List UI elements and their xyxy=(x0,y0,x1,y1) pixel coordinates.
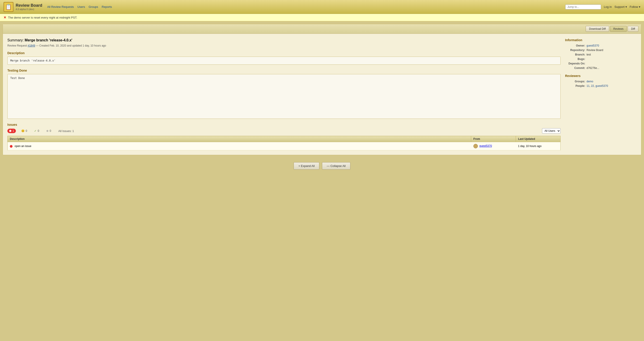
download-diff-button[interactable]: Download Diff xyxy=(586,26,609,32)
info-owner-row: Owner: guest5370 xyxy=(565,44,636,47)
top-navigation: 📋 Review Board 4.0 alpha 0 (dev) All Rev… xyxy=(0,0,644,14)
dropped-count: 0 xyxy=(50,129,51,132)
people-guest-link[interactable]: guest5370 xyxy=(596,84,608,88)
issues-table: Description From Last Updated open an is… xyxy=(8,136,560,150)
testing-done-label: Testing Done xyxy=(8,69,560,72)
alert-bar: ✕ The demo server is reset every night a… xyxy=(0,14,644,21)
review-sidebar: Information Owner: guest5370 Repository:… xyxy=(565,38,636,150)
people-22-link[interactable]: 22 xyxy=(591,84,594,88)
reviewers-people-row: People: 11, 22, guest5370 xyxy=(565,84,636,88)
description-box: Merge branch 'release-4.0.x' xyxy=(8,57,560,65)
nav-all-review-requests[interactable]: All Review Requests xyxy=(47,5,74,9)
people-11-link[interactable]: 11 xyxy=(586,84,590,88)
open-count: 1 xyxy=(12,129,14,132)
information-title: Information xyxy=(565,38,636,42)
app-title: Review Board xyxy=(16,3,42,8)
group-demo-link[interactable]: demo xyxy=(586,80,593,83)
nav-right: Log in Support ▾ Follow ▾ xyxy=(565,5,640,10)
meta-line: Review Request #1849 — Created Feb. 10, … xyxy=(8,44,560,47)
branch-value: test xyxy=(586,53,591,56)
meta-prefix: Review Request xyxy=(8,44,27,47)
owner-value: guest5370 xyxy=(586,44,599,47)
col-last-updated: Last Updated xyxy=(516,136,560,142)
resolved-emoji: 😊 xyxy=(21,129,24,132)
app-version: 4.0 alpha 0 (dev) xyxy=(16,8,42,11)
issue-open-dot xyxy=(10,145,12,148)
reviewers-title: Reviewers xyxy=(565,74,636,78)
diff-tab-button[interactable]: Diff xyxy=(628,26,638,32)
dropped-issues-badge[interactable]: ⊗ 0 xyxy=(44,129,53,133)
bugs-label: Bugs: xyxy=(565,58,585,61)
summary-label: Summary: xyxy=(8,38,24,42)
commit-value: d76276e... xyxy=(586,67,599,70)
alert-close-button[interactable]: ✕ xyxy=(4,16,6,19)
toolbar: Download Diff Reviews Diff xyxy=(3,24,641,34)
open-dot xyxy=(9,130,12,132)
main-content: Download Diff Reviews Diff Summary: Merg… xyxy=(3,24,641,155)
resolved-count: 0 xyxy=(26,129,27,132)
commit-label: Commit: xyxy=(565,67,585,70)
table-row[interactable]: open an issue guest5370 1 day, 10 hours … xyxy=(8,142,560,150)
nav-reports[interactable]: Reports xyxy=(102,5,112,9)
meta-date: — Created Feb. 10, 2020 and updated 1 da… xyxy=(36,44,106,47)
branch-label: Branch: xyxy=(565,53,585,56)
review-main: Summary: Merge branch 'release-4.0.x' Re… xyxy=(8,38,560,150)
testing-box: Test Done xyxy=(8,74,560,119)
issue-description-cell: open an issue xyxy=(8,142,471,150)
summary-value: Merge branch 'release-4.0.x' xyxy=(24,38,72,42)
avatar xyxy=(474,144,478,148)
description-label: Description xyxy=(8,51,560,55)
issues-section: Issues 1 😊 0 ✓ 0 ⊗ xyxy=(8,123,560,150)
app-title-group: Review Board 4.0 alpha 0 (dev) xyxy=(16,3,42,11)
issues-table-header: Description From Last Updated xyxy=(8,136,560,142)
col-description: Description xyxy=(8,136,471,142)
verified-issues-badge[interactable]: ✓ 0 xyxy=(32,129,41,133)
nav-links: All Review Requests Users Groups Reports xyxy=(47,5,112,9)
issue-from-cell: guest5370 xyxy=(471,142,516,150)
expand-all-button[interactable]: + Expand All xyxy=(294,162,319,170)
checkmark-icon: ✓ xyxy=(34,129,36,132)
issue-description-text: open an issue xyxy=(14,145,31,148)
resolved-issues-badge[interactable]: 😊 0 xyxy=(20,129,29,133)
issue-updated-cell: 1 day, 10 hours ago xyxy=(516,142,560,150)
col-from: From xyxy=(471,136,516,142)
reviewers-section: Reviewers Groups: demo People: 11, 22, g… xyxy=(565,74,636,88)
follow-link[interactable]: Follow ▾ xyxy=(630,5,640,9)
review-body: Summary: Merge branch 'release-4.0.x' Re… xyxy=(3,34,641,155)
repository-label: Repository: xyxy=(565,49,585,52)
support-link[interactable]: Support ▾ xyxy=(614,5,627,9)
bottom-bar: + Expand All — Collapse All xyxy=(0,158,644,174)
log-in-link[interactable]: Log in xyxy=(604,5,612,9)
groups-label: Groups: xyxy=(565,80,585,83)
description-text: Merge branch 'release-4.0.x' xyxy=(10,59,56,62)
testing-text: Test Done xyxy=(10,77,25,80)
repository-value: Review Board xyxy=(586,49,603,52)
circle-x-icon: ⊗ xyxy=(46,129,48,132)
issue-from-user[interactable]: guest5370 xyxy=(480,144,492,147)
issues-filter-bar: 1 😊 0 ✓ 0 ⊗ 0 All Issues: 1 xyxy=(8,128,560,134)
issues-user-select[interactable]: All Users xyxy=(542,128,560,134)
open-issues-badge[interactable]: 1 xyxy=(8,129,16,133)
verified-count: 0 xyxy=(38,129,39,132)
jump-to-input[interactable] xyxy=(565,5,601,10)
app-logo-icon: 📋 xyxy=(4,2,14,12)
people-label: People: xyxy=(565,84,585,88)
info-bugs-row: Bugs: xyxy=(565,58,636,61)
collapse-all-button[interactable]: — Collapse All xyxy=(322,162,350,170)
info-depends-on-row: Depends On: xyxy=(565,62,636,65)
review-id-link[interactable]: #1849 xyxy=(28,44,35,47)
nav-groups[interactable]: Groups xyxy=(88,5,98,9)
nav-users[interactable]: Users xyxy=(77,5,85,9)
people-value: 11, 22, guest5370 xyxy=(586,84,608,88)
reviews-tab-button[interactable]: Reviews xyxy=(610,26,627,32)
reviewers-groups-row: Groups: demo xyxy=(565,80,636,83)
info-branch-row: Branch: test xyxy=(565,53,636,56)
groups-value: demo xyxy=(586,80,593,83)
alert-message: The demo server is reset every night at … xyxy=(8,16,77,19)
issues-label: Issues xyxy=(8,123,560,126)
owner-label: Owner: xyxy=(565,44,585,47)
info-section: Information Owner: guest5370 Repository:… xyxy=(565,38,636,70)
depends-on-label: Depends On: xyxy=(565,62,585,65)
all-issues-label: All Issues: 1 xyxy=(58,129,74,133)
owner-link[interactable]: guest5370 xyxy=(586,44,599,47)
